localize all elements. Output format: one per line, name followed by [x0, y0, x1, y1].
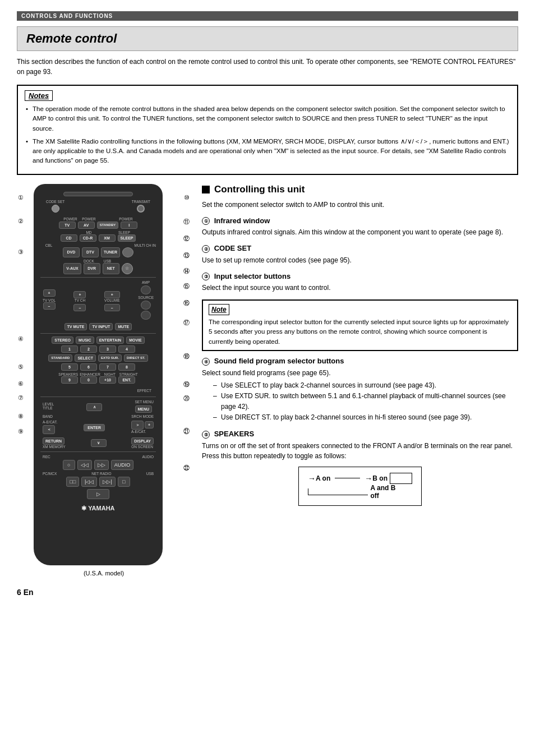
direct-st-btn[interactable]: DIRECT ST.: [124, 354, 148, 362]
input-selector-title: ③ Input selector buttons: [202, 272, 518, 281]
tv-btn[interactable]: TV: [59, 222, 76, 229]
amp-circle[interactable]: [141, 285, 151, 294]
label-num-8: ⑧: [18, 413, 24, 420]
enter-btn[interactable]: ENTER: [84, 424, 105, 431]
tuner-btn[interactable]: TUNER: [101, 247, 120, 257]
next-btn[interactable]: ▷▷|: [99, 477, 115, 487]
enhancer-btn[interactable]: 0: [80, 376, 97, 384]
standby-btn[interactable]: STANDBY: [97, 222, 119, 229]
cd-btn[interactable]: CD: [61, 234, 77, 242]
right-btn[interactable]: ＞: [131, 421, 144, 430]
source-circle[interactable]: [141, 301, 151, 310]
label-num-9: ⑨: [18, 428, 24, 435]
star-circle[interactable]: ☆: [122, 263, 133, 274]
speaker-row-1: → A on → B on: [308, 473, 412, 484]
label-num-15: ⑮: [183, 282, 190, 291]
cdr-btn[interactable]: CD-R: [80, 234, 96, 242]
night-btn[interactable]: +10: [99, 376, 116, 384]
title-lbl: TITLE: [43, 406, 54, 410]
band-row: BAND SRCH MODE: [40, 414, 156, 418]
multi-ch-circle[interactable]: [122, 247, 133, 257]
sound-field-title: ④ Sound field program selector buttons: [202, 357, 518, 366]
tv-input-btn[interactable]: TV INPUT: [89, 323, 113, 330]
vol-minus[interactable]: –: [104, 304, 120, 311]
stop-btn[interactable]: □□: [66, 477, 79, 487]
transmit-label: TRANSMIT: [132, 200, 150, 204]
code-set-label: CODE SET: [46, 200, 64, 204]
num4-btn[interactable]: 4: [118, 345, 135, 353]
sound-field-bullet-2: Use EXTD SUR. to switch between 5.1 and …: [213, 391, 518, 412]
entertain-btn[interactable]: ENTERTAIN: [96, 336, 124, 344]
speakers-btn[interactable]: 9: [61, 376, 78, 384]
movie-btn[interactable]: MOVIE: [126, 336, 145, 344]
stereo-btn[interactable]: STEREO: [52, 336, 73, 344]
tv-vol-plus[interactable]: +: [43, 289, 56, 297]
power-i-btn[interactable]: I: [121, 222, 137, 229]
select-btn[interactable]: SELECT: [75, 354, 96, 362]
menu-btn[interactable]: MENU: [135, 405, 153, 413]
v-aux-btn[interactable]: V-AUX: [63, 263, 81, 274]
on-screen-lbl: ON SCREEN: [131, 445, 154, 449]
xm-btn[interactable]: XM: [99, 234, 116, 242]
tv-circle[interactable]: [141, 311, 151, 320]
straight-btn[interactable]: ENT.: [118, 376, 135, 384]
return-group: RETURN XM MEMORY: [43, 436, 66, 449]
infrared-title: ① Infrared window: [202, 216, 518, 225]
label-num-12: ⑫: [183, 234, 190, 243]
speakers-btn-row: 9 0 +10 ENT.: [40, 376, 156, 384]
infrared-subsection: ① Infrared window Outputs infrared contr…: [202, 216, 518, 238]
dvd-btn[interactable]: DVD: [63, 247, 80, 257]
speakers-row-group: SPEAKERS ENHANCER NIGHT STRAIGHT 9 0 +10: [40, 372, 156, 394]
tv-mute-btn[interactable]: TV MUTE: [64, 323, 87, 330]
transport-row2: □□ |◁◁ ▷▷| □: [40, 477, 156, 487]
code-set-area: CODE SET: [46, 200, 64, 214]
music-btn[interactable]: MUSIC: [76, 336, 94, 344]
rec-btn[interactable]: ○: [63, 460, 75, 470]
vol-plus[interactable]: +: [104, 291, 120, 298]
return-btn[interactable]: RETURN: [43, 437, 64, 445]
tv-ch-plus[interactable]: +: [73, 291, 86, 298]
sound-field-subsection: ④ Sound field program selector buttons S…: [202, 357, 518, 423]
standard-btn[interactable]: STANDARD: [48, 354, 72, 362]
mute-btn[interactable]: MUTE: [115, 323, 132, 330]
code-set-circle[interactable]: [52, 205, 59, 213]
num8-btn[interactable]: 8: [118, 363, 135, 371]
left-btn[interactable]: ＜: [43, 425, 55, 434]
num6-btn[interactable]: 6: [80, 363, 97, 371]
label-num-20: ⑳: [183, 394, 190, 403]
divider-3: [40, 397, 156, 397]
av-btn[interactable]: AV: [78, 222, 95, 229]
dtv-btn[interactable]: DTV: [82, 247, 99, 257]
plus-r-btn[interactable]: +: [145, 421, 154, 428]
num5-btn[interactable]: 5: [61, 363, 78, 371]
transmit-indicator: [137, 205, 145, 213]
pc-net-usb-labels: PC/MCX NET RADIO USB: [40, 472, 156, 476]
tv-ch-minus[interactable]: –: [73, 304, 86, 311]
play-btn[interactable]: ▷: [87, 489, 109, 499]
standby-label: [99, 217, 116, 221]
infrared-num: ①: [202, 217, 210, 225]
fwd-btn[interactable]: ▷▷: [94, 460, 109, 470]
tv-vol-minus[interactable]: –: [43, 302, 56, 310]
heading-square: [202, 186, 210, 193]
remote-body: CODE SET TRANSMIT POWER: [34, 184, 163, 565]
speakers-title: ⑤ SPEAKERS: [202, 430, 518, 439]
num7-btn[interactable]: 7: [99, 363, 116, 371]
up-btn[interactable]: ∧: [86, 403, 102, 411]
audio-btn[interactable]: AUDIO: [111, 460, 134, 470]
rewind-btn[interactable]: ◁◁: [77, 460, 92, 470]
down-btn[interactable]: ∨: [91, 439, 107, 447]
label-num-4: ④: [18, 335, 24, 343]
num1-btn[interactable]: 1: [61, 345, 78, 353]
extd-sur-btn[interactable]: EXTD SUR.: [98, 354, 122, 362]
pause-btn[interactable]: □: [118, 477, 130, 487]
display-btn[interactable]: DISPLAY: [131, 437, 154, 445]
input-selector-num: ③: [202, 273, 210, 280]
num3-btn[interactable]: 3: [99, 345, 116, 353]
prev-btn[interactable]: |◁◁: [81, 477, 97, 487]
dvr-btn[interactable]: DVR: [84, 263, 100, 274]
a-on-label: A on: [316, 474, 330, 482]
num2-btn[interactable]: 2: [80, 345, 97, 353]
net-btn[interactable]: NET: [103, 263, 119, 274]
sleep-btn[interactable]: SLEEP: [118, 234, 136, 242]
